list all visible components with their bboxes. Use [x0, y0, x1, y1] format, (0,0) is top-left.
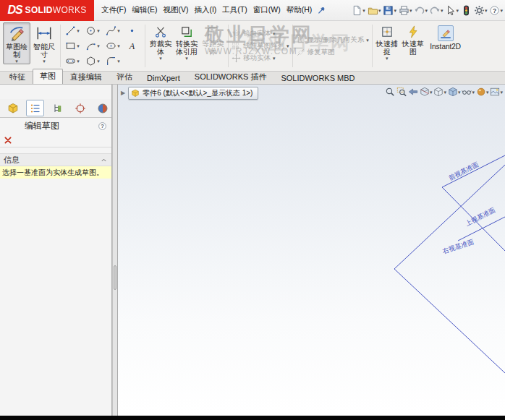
view-orientation-button[interactable]: ▾ [433, 87, 446, 97]
dimxpert-manager-tab[interactable] [71, 100, 89, 116]
cancel-button[interactable] [4, 136, 12, 145]
chevron-down-icon[interactable]: ▾ [430, 90, 433, 95]
property-manager-tab[interactable] [26, 100, 44, 116]
chevron-down-icon[interactable]: ▾ [97, 43, 100, 48]
chevron-down-icon[interactable]: ▾ [485, 8, 488, 13]
ribbon-tab[interactable]: SOLIDWORKS MBD [273, 72, 362, 84]
point-tool-button[interactable] [123, 23, 143, 38]
chevron-down-icon[interactable]: ▾ [366, 38, 369, 43]
chevron-down-icon[interactable]: ▾ [185, 56, 188, 61]
trim-entities-button[interactable]: 剪裁实体 ▾ [148, 22, 174, 61]
chevron-down-icon[interactable]: ▾ [117, 59, 120, 64]
help-icon[interactable]: ? [98, 121, 107, 131]
rapid-sketch-button[interactable]: 快速草图 [400, 22, 426, 69]
zoom-area-button[interactable] [396, 87, 407, 97]
chevron-down-icon[interactable]: ▾ [287, 43, 289, 48]
instant2d-button[interactable]: Instant2D [426, 22, 465, 69]
repair-sketch-button[interactable]: 修复草图 [296, 48, 369, 57]
collapse-up-icon[interactable] [100, 156, 108, 164]
chevron-down-icon[interactable]: ▾ [77, 43, 80, 48]
menu-item[interactable]: 插入(I) [191, 5, 219, 15]
new-document-button[interactable]: ▾ [351, 4, 366, 17]
chevron-down-icon[interactable]: ▾ [97, 28, 100, 33]
sketch-button[interactable]: 草图绘制 ▾ [3, 22, 30, 64]
section-view-button[interactable]: ▾ [420, 87, 433, 97]
print-button[interactable]: ▾ [398, 4, 413, 17]
menu-item[interactable]: 工具(T) [219, 5, 250, 15]
chevron-down-icon[interactable]: ▾ [458, 90, 461, 95]
spline-tool-button[interactable]: ▾ [103, 23, 123, 38]
ribbon-tab[interactable]: SOLIDWORKS 插件 [187, 69, 274, 84]
pin-icon[interactable] [317, 6, 326, 15]
chevron-down-icon[interactable]: ▾ [362, 8, 365, 13]
text-tool-tool-button[interactable]: A [123, 38, 143, 53]
menu-item[interactable]: 编辑(E) [129, 5, 160, 15]
quick-snaps-button[interactable]: 快速捕捉 ▾ [374, 22, 400, 69]
menu-item[interactable]: 视图(V) [160, 5, 191, 15]
help-question-button[interactable]: ?▾ [488, 4, 504, 17]
chevron-down-icon[interactable]: ▾ [394, 8, 396, 13]
chevron-down-icon[interactable]: ▾ [386, 56, 389, 61]
linear-sketch-pattern-button[interactable]: 线性草图阵列 ▾ [232, 41, 289, 51]
ribbon-tab[interactable]: 草图 [33, 69, 63, 84]
mirror-entities-button[interactable]: 镜向实体 ▾ [232, 29, 289, 38]
display-delete-relations-button[interactable]: 显示/删除几何关系 ▾ [296, 35, 369, 45]
chevron-down-icon[interactable]: ▾ [444, 90, 446, 95]
menu-item[interactable]: 窗口(W) [250, 5, 284, 15]
fillet-tool-button[interactable]: ▾ [103, 53, 123, 69]
menu-item[interactable]: 文件(F) [98, 5, 129, 15]
chevron-down-icon[interactable]: ▾ [77, 28, 80, 33]
display-style-button[interactable]: ▾ [448, 87, 461, 97]
message-section-header[interactable]: 信息 [0, 153, 111, 166]
chevron-down-icon[interactable]: ▾ [486, 90, 489, 95]
polygon-tool-button[interactable]: ▾ [82, 53, 103, 69]
redo-button[interactable]: ▾ [429, 4, 444, 17]
splitter-grip[interactable] [114, 265, 116, 290]
chevron-down-icon[interactable]: ▾ [77, 59, 80, 64]
circle-tool-button[interactable]: ▾ [82, 23, 103, 38]
chevron-down-icon[interactable]: ▾ [472, 90, 475, 95]
chevron-down-icon[interactable]: ▾ [378, 8, 381, 13]
hide-show-items-button[interactable]: ▾ [462, 87, 475, 97]
display-manager-tab[interactable] [93, 100, 111, 116]
convert-entities-button[interactable]: 转换实体引用 ▾ [174, 22, 200, 61]
chevron-down-icon[interactable]: ▾ [117, 43, 120, 48]
smart-dimension-button[interactable]: 智能尺寸 ▾ [30, 22, 58, 64]
menu-item[interactable]: 帮助(H) [284, 5, 315, 15]
line-tool-button[interactable]: ▾ [62, 23, 82, 38]
ribbon-tab[interactable]: DimXpert [140, 72, 187, 84]
options-gear-button[interactable]: ▾ [473, 4, 488, 17]
configuration-manager-tab[interactable] [48, 100, 67, 116]
chevron-down-icon[interactable]: ▾ [159, 56, 162, 61]
move-entities-button[interactable]: 移动实体 ▾ [232, 53, 289, 63]
document-tab[interactable]: 零件6 (默认<<默认>_显示状态 1>) [128, 87, 258, 100]
apply-scene-button[interactable]: ▾ [490, 87, 503, 97]
chevron-down-icon[interactable]: ▾ [500, 8, 503, 13]
arc-tool-button[interactable]: ▾ [82, 38, 103, 53]
ribbon-tab[interactable]: 评估 [109, 69, 140, 84]
chevron-down-icon[interactable]: ▾ [273, 56, 276, 61]
rectangle-tool-button[interactable]: ▾ [62, 38, 82, 53]
chevron-down-icon[interactable]: ▾ [456, 8, 459, 13]
open-folder-button[interactable]: ▾ [367, 4, 382, 17]
panel-splitter[interactable] [112, 85, 118, 416]
select-pointer-button[interactable]: ▾ [444, 4, 459, 17]
chevron-down-icon[interactable]: ▾ [117, 28, 120, 33]
chevron-down-icon[interactable]: ▾ [15, 59, 18, 64]
ellipse-tool-button[interactable]: ▾ [103, 38, 123, 53]
zoom-fit-button[interactable] [385, 87, 395, 97]
chevron-down-icon[interactable]: ▾ [97, 59, 100, 64]
chevron-down-icon[interactable]: ▾ [273, 31, 276, 36]
graphics-area[interactable]: 前视基准面 上视基准面 右视基准面 ▶ 零件6 (默认<<默认>_显示状态 1>… [118, 85, 505, 416]
edit-appearance-button[interactable]: ▾ [476, 87, 489, 97]
breadcrumb-expand-icon[interactable]: ▶ [121, 90, 125, 96]
chevron-down-icon[interactable]: ▾ [500, 90, 503, 95]
chevron-down-icon[interactable]: ▾ [409, 8, 412, 13]
ribbon-tab[interactable]: 特征 [2, 69, 33, 84]
save-button[interactable]: ▾ [382, 4, 397, 17]
chevron-down-icon[interactable]: ▾ [425, 8, 428, 13]
offset-entities-button[interactable]: 等距实体 [200, 22, 226, 56]
slot-tool-button[interactable]: ▾ [62, 53, 82, 69]
rebuild-traffic-light-button[interactable] [460, 4, 472, 17]
feature-manager-part-tab[interactable] [4, 100, 22, 116]
